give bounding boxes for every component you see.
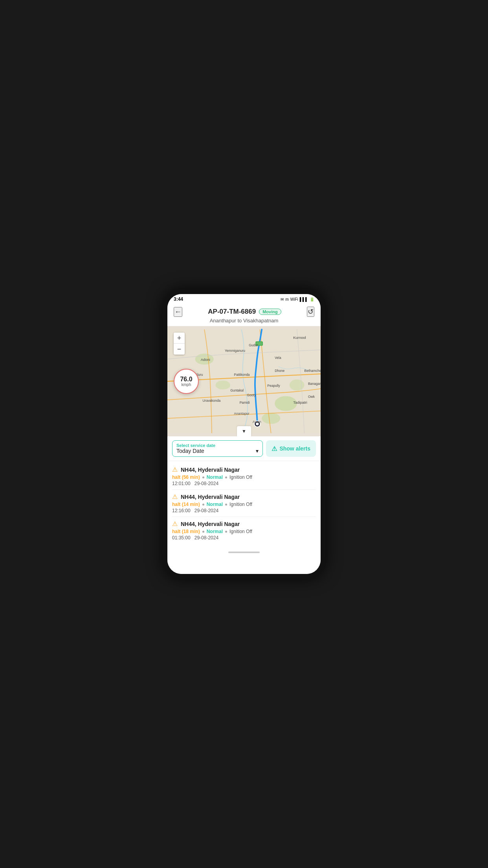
svg-text:Banagan: Banagan (308, 382, 321, 386)
svg-text:Owk: Owk (308, 395, 315, 399)
alert-header-1: ⚠ NH44, Hydervali Nagar (172, 466, 316, 473)
zoom-out-button[interactable]: − (174, 344, 185, 355)
svg-text:Peapully: Peapully (267, 384, 280, 388)
time-value-2: 12:16:00 (172, 508, 191, 513)
alert-header-3: ⚠ NH44, Hydervali Nagar (172, 520, 316, 528)
alerts-list: ⚠ NH44, Hydervali Nagar halt (56 min) No… (167, 461, 321, 548)
normal-badge-3: Normal (207, 529, 223, 534)
dot-1a (202, 476, 204, 478)
speed-value: 76.0 (180, 376, 192, 383)
alert-item: ⚠ NH44, Hydervali Nagar halt (56 min) No… (172, 463, 316, 490)
app-header: ← AP-07-TM-6869 Moving ↺ Ananthapur to V… (167, 303, 321, 326)
refresh-button[interactable]: ↺ (307, 307, 314, 317)
alert-details-2: halt (14 min) Normal Ignition Off (172, 502, 316, 507)
home-indicator (167, 548, 321, 556)
date-value-3: 29-08-2024 (194, 535, 218, 541)
dot-2b (225, 504, 227, 506)
phone-screen: 3:44 ✉ m WiFi ▌▌▌ 🔋 ← AP-07-TM-6869 Movi… (167, 294, 321, 574)
status-time: 3:44 (174, 296, 183, 302)
alert-time-3: 01:35:00 29-08-2024 (172, 535, 316, 541)
status-icons: ✉ m WiFi ▌▌▌ 🔋 (281, 297, 314, 302)
alert-location-1: NH44, Hydervali Nagar (181, 467, 240, 473)
route-subtitle: Ananthapur to Visakhapatnam (174, 318, 314, 324)
svg-point-5 (290, 379, 305, 390)
vehicle-id-text: AP-07-TM-6869 (208, 308, 256, 316)
vehicle-id-container: AP-07-TM-6869 Moving (208, 308, 281, 316)
svg-text:Dhone: Dhone (275, 369, 284, 373)
header-top: ← AP-07-TM-6869 Moving ↺ (174, 307, 314, 317)
email-icon: ✉ (281, 297, 284, 302)
alert-triangle-icon: ⚠ (272, 445, 277, 452)
alert-header-2: ⚠ NH44, Hydervali Nagar (172, 493, 316, 500)
ignition-text-2: Ignition Off (229, 502, 252, 507)
show-alerts-label: Show alerts (279, 445, 310, 452)
svg-text:Guntakal: Guntakal (230, 388, 244, 392)
alert-time-1: 12:01:00 29-08-2024 (172, 481, 316, 486)
home-bar (228, 552, 260, 553)
dot-3a (202, 531, 204, 533)
halt-badge-2: halt (14 min) (172, 502, 200, 507)
time-value-3: 01:35:00 (172, 535, 191, 541)
dropdown-arrow-icon: ▾ (256, 448, 259, 454)
wifi-icon: WiFi (290, 297, 298, 302)
alert-item: ⚠ NH44, Hydervali Nagar halt (18 min) No… (172, 517, 316, 544)
controls-row: Select service date Today Date ▾ ⚠ Show … (167, 436, 321, 461)
map-container[interactable]: Kurnool Gudur Yemmiganuru Adoni Vela Alu… (167, 326, 321, 436)
warning-icon-2: ⚠ (172, 493, 178, 500)
ignition-text-3: Ignition Off (229, 529, 252, 534)
alert-location-3: NH44, Hydervali Nagar (181, 521, 240, 527)
battery-icon: 🔋 (310, 297, 314, 302)
svg-text:Vela: Vela (275, 356, 281, 360)
moving-badge: Moving (259, 309, 281, 315)
time-value-1: 12:01:00 (172, 481, 191, 486)
speed-indicator: 76.0 kmph (174, 369, 199, 394)
svg-text:Anan: Anan (253, 419, 261, 424)
svg-point-2 (262, 413, 280, 424)
speed-unit: kmph (182, 383, 191, 387)
dot-3b (225, 531, 227, 533)
service-date-text: Today Date (176, 448, 204, 454)
dot-1b (225, 476, 227, 478)
message-icon: m (285, 297, 288, 302)
service-date-select[interactable]: Select service date Today Date ▾ (172, 440, 263, 457)
svg-text:Kurnool: Kurnool (293, 335, 306, 340)
ignition-text-1: Ignition Off (229, 474, 252, 480)
svg-text:Anantapur: Anantapur (234, 412, 250, 416)
show-alerts-button[interactable]: ⚠ Show alerts (266, 440, 316, 457)
phone-frame: 3:44 ✉ m WiFi ▌▌▌ 🔋 ← AP-07-TM-6869 Movi… (163, 289, 325, 579)
svg-text:Yemmiganuru: Yemmiganuru (225, 349, 245, 353)
signal-icon: ▌▌▌ (300, 297, 308, 302)
alert-details-1: halt (56 min) Normal Ignition Off (172, 474, 316, 480)
svg-text:Bethamcherla: Bethamcherla (305, 369, 321, 373)
alert-details-3: halt (18 min) Normal Ignition Off (172, 529, 316, 534)
halt-badge-1: halt (56 min) (172, 474, 200, 480)
status-bar: 3:44 ✉ m WiFi ▌▌▌ 🔋 (167, 294, 321, 303)
svg-text:Tadipatri: Tadipatri (293, 400, 307, 405)
svg-text:Pattikonda: Pattikonda (234, 373, 250, 377)
svg-point-3 (215, 381, 230, 390)
svg-text:Gooty: Gooty (247, 393, 256, 397)
service-date-value: Today Date ▾ (176, 448, 259, 454)
alert-time-2: 12:16:00 29-08-2024 (172, 508, 316, 513)
svg-text:Uravakonda: Uravakonda (202, 399, 220, 403)
halt-badge-3: halt (18 min) (172, 529, 200, 534)
svg-text:Pamidi: Pamidi (240, 401, 250, 405)
bottom-panel: Select service date Today Date ▾ ⚠ Show … (167, 436, 321, 574)
date-value-2: 29-08-2024 (194, 508, 218, 513)
map-zoom-controls: + − (174, 333, 185, 355)
alert-location-2: NH44, Hydervali Nagar (181, 494, 240, 500)
normal-badge-2: Normal (207, 502, 223, 507)
date-value-1: 29-08-2024 (194, 481, 218, 486)
back-button[interactable]: ← (174, 307, 182, 317)
map-collapse-button[interactable]: ▼ (237, 426, 251, 436)
svg-text:Adoni: Adoni (201, 357, 210, 362)
service-date-label: Select service date (176, 443, 259, 448)
warning-icon-1: ⚠ (172, 466, 178, 473)
warning-icon-3: ⚠ (172, 520, 178, 528)
alert-item: ⚠ NH44, Hydervali Nagar halt (14 min) No… (172, 490, 316, 517)
svg-text:Gudur: Gudur (249, 343, 258, 347)
normal-badge-1: Normal (207, 474, 223, 480)
zoom-in-button[interactable]: + (174, 333, 185, 344)
dot-2a (202, 504, 204, 506)
